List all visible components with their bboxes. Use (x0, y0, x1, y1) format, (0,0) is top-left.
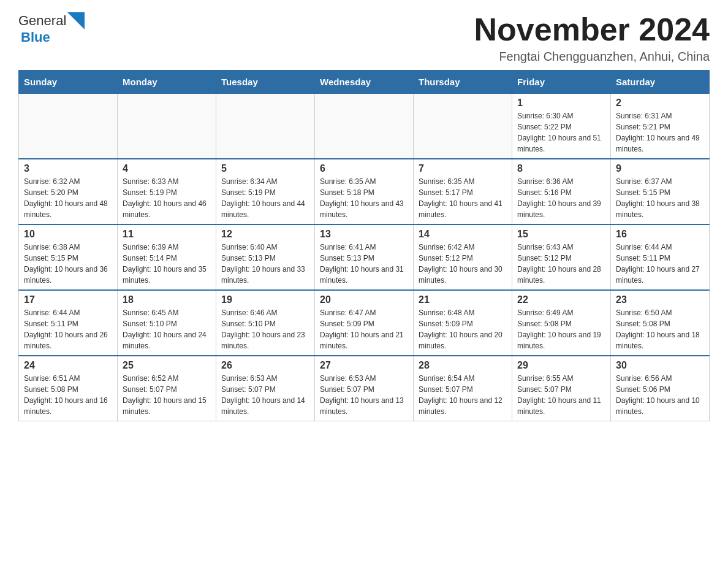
logo: General Blue (18, 12, 85, 45)
calendar-cell: 23Sunrise: 6:50 AMSunset: 5:08 PMDayligh… (611, 290, 710, 356)
weekday-header-tuesday: Tuesday (216, 71, 315, 94)
day-number: 1 (517, 98, 605, 109)
day-info: Sunrise: 6:54 AMSunset: 5:07 PMDaylight:… (419, 373, 507, 417)
calendar-week-row: 24Sunrise: 6:51 AMSunset: 5:08 PMDayligh… (19, 356, 710, 421)
calendar-cell: 18Sunrise: 6:45 AMSunset: 5:10 PMDayligh… (118, 290, 216, 356)
calendar-week-row: 1Sunrise: 6:30 AMSunset: 5:22 PMDaylight… (19, 94, 710, 159)
day-number: 17 (24, 294, 112, 305)
calendar-cell: 15Sunrise: 6:43 AMSunset: 5:12 PMDayligh… (512, 224, 611, 290)
day-number: 23 (616, 294, 704, 305)
day-number: 19 (221, 294, 309, 305)
day-number: 12 (221, 229, 309, 240)
logo-triangle-icon (67, 12, 85, 29)
calendar-week-row: 3Sunrise: 6:32 AMSunset: 5:20 PMDaylight… (19, 159, 710, 224)
day-number: 8 (517, 163, 605, 174)
day-number: 3 (24, 163, 112, 174)
calendar-cell: 25Sunrise: 6:52 AMSunset: 5:07 PMDayligh… (118, 356, 216, 421)
calendar-cell: 14Sunrise: 6:42 AMSunset: 5:12 PMDayligh… (414, 224, 512, 290)
calendar-cell: 19Sunrise: 6:46 AMSunset: 5:10 PMDayligh… (216, 290, 315, 356)
day-number: 29 (517, 360, 605, 371)
day-number: 27 (320, 360, 408, 371)
day-info: Sunrise: 6:44 AMSunset: 5:11 PMDaylight:… (616, 242, 704, 286)
location-title: Fengtai Chengguanzhen, Anhui, China (474, 50, 710, 64)
calendar-cell (118, 94, 216, 159)
day-number: 24 (24, 360, 112, 371)
day-number: 18 (123, 294, 211, 305)
day-info: Sunrise: 6:39 AMSunset: 5:14 PMDaylight:… (123, 242, 211, 286)
day-info: Sunrise: 6:49 AMSunset: 5:08 PMDaylight:… (517, 307, 605, 351)
day-number: 4 (123, 163, 211, 174)
day-info: Sunrise: 6:40 AMSunset: 5:13 PMDaylight:… (221, 242, 309, 286)
day-info: Sunrise: 6:45 AMSunset: 5:10 PMDaylight:… (123, 307, 211, 351)
calendar-cell (216, 94, 315, 159)
weekday-header-monday: Monday (118, 71, 216, 94)
calendar-cell (414, 94, 512, 159)
day-number: 25 (123, 360, 211, 371)
calendar-cell: 16Sunrise: 6:44 AMSunset: 5:11 PMDayligh… (611, 224, 710, 290)
day-info: Sunrise: 6:38 AMSunset: 5:15 PMDaylight:… (24, 242, 112, 286)
weekday-header-wednesday: Wednesday (315, 71, 414, 94)
day-info: Sunrise: 6:48 AMSunset: 5:09 PMDaylight:… (419, 307, 507, 351)
day-info: Sunrise: 6:33 AMSunset: 5:19 PMDaylight:… (123, 176, 211, 220)
day-info: Sunrise: 6:44 AMSunset: 5:11 PMDaylight:… (24, 307, 112, 351)
calendar-cell: 30Sunrise: 6:56 AMSunset: 5:06 PMDayligh… (611, 356, 710, 421)
calendar-cell: 6Sunrise: 6:35 AMSunset: 5:18 PMDaylight… (315, 159, 414, 224)
month-title: November 2024 (474, 12, 710, 47)
day-info: Sunrise: 6:31 AMSunset: 5:21 PMDaylight:… (616, 110, 704, 155)
weekday-header-thursday: Thursday (414, 71, 512, 94)
calendar-cell: 26Sunrise: 6:53 AMSunset: 5:07 PMDayligh… (216, 356, 315, 421)
logo-blue-text: Blue (21, 29, 50, 45)
calendar-table: SundayMondayTuesdayWednesdayThursdayFrid… (18, 70, 710, 421)
day-info: Sunrise: 6:41 AMSunset: 5:13 PMDaylight:… (320, 242, 408, 286)
day-info: Sunrise: 6:35 AMSunset: 5:18 PMDaylight:… (320, 176, 408, 220)
day-info: Sunrise: 6:51 AMSunset: 5:08 PMDaylight:… (24, 373, 112, 417)
day-number: 10 (24, 229, 112, 240)
calendar-cell: 17Sunrise: 6:44 AMSunset: 5:11 PMDayligh… (19, 290, 118, 356)
day-number: 6 (320, 163, 408, 174)
calendar-cell: 21Sunrise: 6:48 AMSunset: 5:09 PMDayligh… (414, 290, 512, 356)
calendar-cell: 24Sunrise: 6:51 AMSunset: 5:08 PMDayligh… (19, 356, 118, 421)
day-number: 9 (616, 163, 704, 174)
calendar-cell (19, 94, 118, 159)
day-info: Sunrise: 6:56 AMSunset: 5:06 PMDaylight:… (616, 373, 704, 417)
day-number: 20 (320, 294, 408, 305)
weekday-header-friday: Friday (512, 71, 611, 94)
svg-marker-0 (67, 12, 85, 29)
day-number: 26 (221, 360, 309, 371)
day-info: Sunrise: 6:53 AMSunset: 5:07 PMDaylight:… (320, 373, 408, 417)
title-area: November 2024 Fengtai Chengguanzhen, Anh… (474, 12, 710, 64)
weekday-header-saturday: Saturday (611, 71, 710, 94)
header: General Blue November 2024 Fengtai Cheng… (18, 12, 710, 64)
day-info: Sunrise: 6:35 AMSunset: 5:17 PMDaylight:… (419, 176, 507, 220)
calendar-cell: 11Sunrise: 6:39 AMSunset: 5:14 PMDayligh… (118, 224, 216, 290)
weekday-header-row: SundayMondayTuesdayWednesdayThursdayFrid… (19, 71, 710, 94)
calendar-cell: 13Sunrise: 6:41 AMSunset: 5:13 PMDayligh… (315, 224, 414, 290)
calendar-cell: 9Sunrise: 6:37 AMSunset: 5:15 PMDaylight… (611, 159, 710, 224)
calendar-cell: 20Sunrise: 6:47 AMSunset: 5:09 PMDayligh… (315, 290, 414, 356)
day-number: 14 (419, 229, 507, 240)
calendar-cell: 29Sunrise: 6:55 AMSunset: 5:07 PMDayligh… (512, 356, 611, 421)
day-number: 2 (616, 98, 704, 109)
day-info: Sunrise: 6:30 AMSunset: 5:22 PMDaylight:… (517, 110, 605, 155)
calendar-cell: 2Sunrise: 6:31 AMSunset: 5:21 PMDaylight… (611, 94, 710, 159)
day-info: Sunrise: 6:37 AMSunset: 5:15 PMDaylight:… (616, 176, 704, 220)
calendar-week-row: 17Sunrise: 6:44 AMSunset: 5:11 PMDayligh… (19, 290, 710, 356)
calendar-cell: 5Sunrise: 6:34 AMSunset: 5:19 PMDaylight… (216, 159, 315, 224)
calendar-cell (315, 94, 414, 159)
day-info: Sunrise: 6:46 AMSunset: 5:10 PMDaylight:… (221, 307, 309, 351)
day-info: Sunrise: 6:47 AMSunset: 5:09 PMDaylight:… (320, 307, 408, 351)
day-number: 21 (419, 294, 507, 305)
calendar-week-row: 10Sunrise: 6:38 AMSunset: 5:15 PMDayligh… (19, 224, 710, 290)
day-number: 30 (616, 360, 704, 371)
day-number: 15 (517, 229, 605, 240)
day-number: 16 (616, 229, 704, 240)
day-info: Sunrise: 6:42 AMSunset: 5:12 PMDaylight:… (419, 242, 507, 286)
day-number: 22 (517, 294, 605, 305)
day-info: Sunrise: 6:36 AMSunset: 5:16 PMDaylight:… (517, 176, 605, 220)
calendar-cell: 28Sunrise: 6:54 AMSunset: 5:07 PMDayligh… (414, 356, 512, 421)
day-info: Sunrise: 6:50 AMSunset: 5:08 PMDaylight:… (616, 307, 704, 351)
weekday-header-sunday: Sunday (19, 71, 118, 94)
day-number: 28 (419, 360, 507, 371)
calendar-cell: 7Sunrise: 6:35 AMSunset: 5:17 PMDaylight… (414, 159, 512, 224)
day-info: Sunrise: 6:53 AMSunset: 5:07 PMDaylight:… (221, 373, 309, 417)
